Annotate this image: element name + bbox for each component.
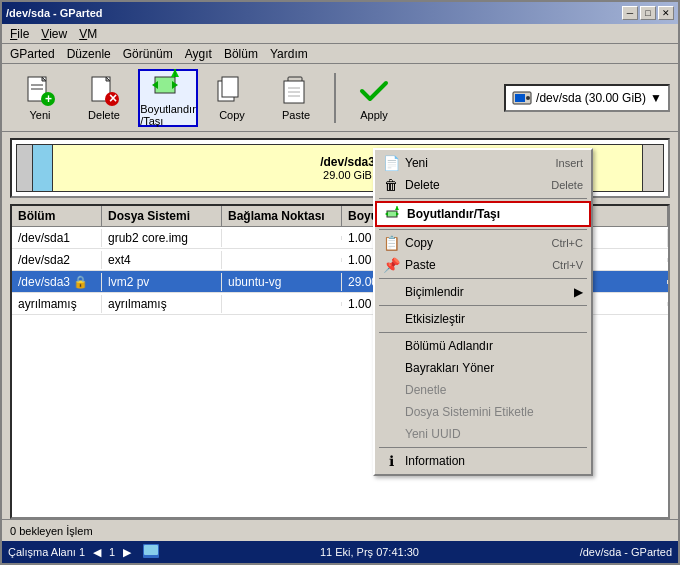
ctx-rename-label: Bölümü Adlandır [405, 339, 493, 353]
ctx-flags[interactable]: Bayrakları Yöner [375, 357, 591, 379]
workspace-num: 1 [109, 546, 115, 558]
ctx-unmount-label: Etkisizleştir [405, 312, 465, 326]
status-bar: 0 bekleyen İşlem [2, 519, 678, 541]
copy-button[interactable]: Copy [202, 69, 262, 127]
window-title2: /dev/sda - GParted [580, 546, 672, 558]
ctx-delete-icon: 🗑 [383, 177, 399, 193]
cell-dosya: lvm2 pv [102, 273, 222, 291]
delete-label: Delete [88, 109, 120, 121]
ctx-format[interactable]: Biçimlendir ▶ [375, 281, 591, 303]
ctx-check: Denetle [375, 379, 591, 401]
ctx-flags-label: Bayrakları Yöner [405, 361, 494, 375]
new-button[interactable]: + Yeni [10, 69, 70, 127]
partition-sda1-bar[interactable] [17, 145, 33, 191]
toolbar-separator [334, 73, 336, 123]
workspace-right[interactable]: ▶ [123, 546, 131, 559]
partition-sda2-bar[interactable] [33, 145, 53, 191]
ctx-new-shortcut: Insert [555, 157, 583, 169]
cell-bagla [222, 302, 342, 306]
paste-label: Paste [282, 109, 310, 121]
cell-dosya: ayrılmamış [102, 295, 222, 313]
ctx-new[interactable]: 📄 Yeni Insert [375, 152, 591, 174]
apply-icon [358, 75, 390, 107]
ctx-format-label: Biçimlendir [405, 285, 464, 299]
close-button[interactable]: ✕ [658, 6, 674, 20]
ctx-label-fs-icon [383, 404, 399, 420]
ctx-label-fs-label: Dosya Sistemini Etiketle [405, 405, 534, 419]
ctx-check-label: Denetle [405, 383, 446, 397]
ctx-uuid: Yeni UUID [375, 423, 591, 445]
device-dropdown-arrow: ▼ [650, 91, 662, 105]
ctx-info[interactable]: ℹ Information [375, 450, 591, 472]
menu-gparted[interactable]: GParted [4, 45, 61, 63]
menu-gorunum[interactable]: Görünüm [117, 45, 179, 63]
ctx-copy[interactable]: 📋 Copy Ctrl+C [375, 232, 591, 254]
ctx-rename[interactable]: Bölümü Adlandır [375, 335, 591, 357]
paste-button[interactable]: Paste [266, 69, 326, 127]
workspace-left[interactable]: ◀ [93, 546, 101, 559]
svg-rect-26 [144, 545, 158, 555]
copy-icon [216, 75, 248, 107]
menu-vm[interactable]: VM [73, 25, 103, 43]
svg-point-24 [526, 96, 530, 100]
menu-bolum[interactable]: Bölüm [218, 45, 264, 63]
menu-aygit[interactable]: Aygıt [179, 45, 218, 63]
ctx-unmount[interactable]: Etkisizleştir [375, 308, 591, 330]
ctx-info-label: Information [405, 454, 465, 468]
delete-icon: × [88, 75, 120, 107]
ctx-move-label: Boyutlandır/Taşı [407, 207, 500, 221]
ctx-delete-label: Delete [405, 178, 440, 192]
cell-bolum: ayrılmamış [12, 295, 102, 313]
move-button[interactable]: Boyutlandır/Taşı [138, 69, 198, 127]
ctx-new-label: Yeni [405, 156, 428, 170]
ctx-copy-icon: 📋 [383, 235, 399, 251]
ctx-uuid-icon [383, 426, 399, 442]
ctx-rename-icon [383, 338, 399, 354]
header-bagla: Bağlama Noktası [222, 206, 342, 226]
menu-yardim[interactable]: Yardım [264, 45, 314, 63]
cell-bolum: /dev/sda1 [12, 229, 102, 247]
ctx-copy-label: Copy [405, 236, 433, 250]
svg-rect-23 [515, 94, 525, 102]
ctx-copy-shortcut: Ctrl+C [552, 237, 583, 249]
menu-file[interactable]: File [4, 25, 35, 43]
svg-text:×: × [109, 90, 117, 106]
new-icon: + [24, 75, 56, 107]
ctx-paste[interactable]: 📌 Paste Ctrl+V [375, 254, 591, 276]
ctx-delete[interactable]: 🗑 Delete Delete [375, 174, 591, 196]
ctx-move-icon [385, 206, 401, 222]
ctx-sep4 [379, 305, 587, 306]
status-text: 0 bekleyen İşlem [10, 525, 93, 537]
maximize-button[interactable]: □ [640, 6, 656, 20]
workspace-icon [143, 544, 159, 560]
ctx-delete-shortcut: Delete [551, 179, 583, 191]
apply-button[interactable]: Apply [344, 69, 404, 127]
partition-sda3-label: /dev/sda3 [320, 155, 375, 169]
cell-bagla [222, 236, 342, 240]
delete-button[interactable]: × Delete [74, 69, 134, 127]
apply-label: Apply [360, 109, 388, 121]
minimize-button[interactable]: ─ [622, 6, 638, 20]
ctx-sep1 [379, 198, 587, 199]
menu-duzenle[interactable]: Düzenle [61, 45, 117, 63]
ctx-sep3 [379, 278, 587, 279]
datetime: 11 Eki, Prş 07:41:30 [320, 546, 419, 558]
window-title: /dev/sda - GParted [6, 7, 103, 19]
cell-bolum: /dev/sda3 🔒 [12, 273, 102, 291]
ctx-move[interactable]: Boyutlandır/Taşı [375, 201, 591, 227]
ctx-format-icon [383, 284, 399, 300]
svg-text:+: + [45, 92, 52, 106]
svg-rect-16 [222, 77, 238, 97]
ctx-unmount-icon [383, 311, 399, 327]
paste-icon [280, 75, 312, 107]
ctx-sep2 [379, 229, 587, 230]
partition-sda3-size: 29.00 GiB [323, 169, 372, 181]
gparted-menu-bar: GParted Düzenle Görünüm Aygıt Bölüm Yard… [2, 44, 678, 64]
cell-dosya: ext4 [102, 251, 222, 269]
cell-dosya: grub2 core.img [102, 229, 222, 247]
device-selector[interactable]: /dev/sda (30.00 GiB) ▼ [504, 84, 670, 112]
toolbar: + Yeni × Delete [2, 64, 678, 132]
header-bolum: Bölüm [12, 206, 102, 226]
unallocated-bar [643, 145, 663, 191]
menu-view[interactable]: View [35, 25, 73, 43]
